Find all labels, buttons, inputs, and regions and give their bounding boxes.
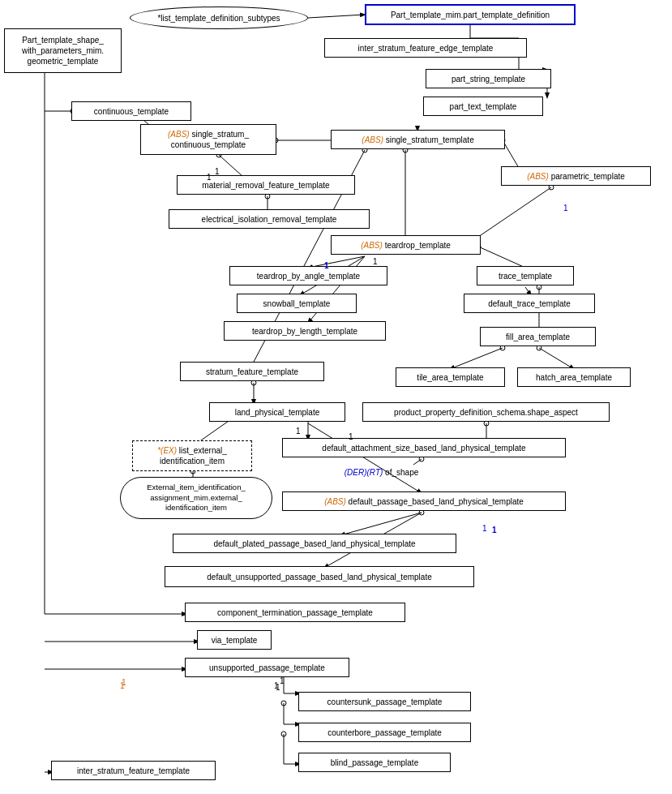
teardrop-by-angle-node: teardrop_by_angle_template — [229, 266, 387, 285]
countersunk-passage-node: countersunk_passage_template — [298, 692, 471, 711]
default-trace-template-node: default_trace_template — [464, 294, 595, 313]
default-plated-passage-node: default_plated_passage_based_land_physic… — [173, 534, 456, 553]
svg-point-74 — [281, 732, 286, 736]
list-external-id-node: *(EX) list_external_identification_item — [132, 440, 252, 471]
svg-line-34 — [450, 348, 503, 369]
land-physical-template-node: land_physical_template — [209, 402, 345, 422]
teardrop-by-length-node: teardrop_by_length_template — [224, 321, 386, 341]
part-string-template-node: part_string_template — [426, 69, 551, 88]
electrical-isolation-node: electrical_isolation_removal_template — [169, 209, 370, 229]
component-termination-node: component_termination_passage_template — [185, 603, 405, 622]
product-property-def-node: product_property_definition_schema.shape… — [362, 402, 610, 422]
svg-text:1: 1 — [563, 204, 568, 212]
hatch-area-template-node: hatch_area_template — [517, 367, 631, 387]
svg-line-51 — [308, 423, 422, 493]
label-1-attachment: 1 — [349, 432, 353, 441]
abs-default-passage-node: (ABS) default_passage_based_land_physica… — [282, 491, 566, 511]
snowball-template-node: snowball_template — [237, 294, 357, 313]
external-item-id-node: External_item_identification_assignment_… — [120, 477, 272, 519]
part-template-mim-node: Part_template_mim.part_template_definiti… — [365, 4, 576, 25]
label-1-unsupported-left: 1 — [120, 681, 125, 690]
unsupported-passage-node: unsupported_passage_template — [185, 658, 349, 677]
svg-line-13 — [503, 140, 519, 168]
svg-line-15 — [219, 155, 243, 177]
svg-line-54 — [340, 513, 422, 535]
fill-area-template-node: fill_area_template — [480, 327, 596, 346]
svg-line-36 — [539, 348, 574, 369]
default-unsupported-passage-node: default_unsupported_passage_based_land_p… — [165, 566, 474, 587]
label-1-material: 1 — [207, 173, 212, 182]
blind-passage-node: blind_passage_template — [298, 753, 451, 772]
inter-stratum-feature-node: inter_stratum_feature_template — [51, 761, 216, 780]
teardrop-template-node: (ABS) teardrop_template — [331, 235, 481, 255]
label-1-plated: 1 — [492, 526, 497, 534]
part-text-template-node: part_text_template — [423, 97, 543, 116]
inter-stratum-feature-edge-node: inter_stratum_feature_edge_template — [324, 38, 527, 58]
der-rt-of-shape-node: (DER)(RT) of_shape — [319, 463, 444, 481]
list-template-def-node: *list_template_definition_subtypes — [130, 6, 308, 29]
label-1-unsupported-right: 1 — [274, 681, 279, 690]
tile-area-template-node: tile_area_template — [396, 367, 505, 387]
svg-text:1: 1 — [296, 427, 301, 436]
svg-line-26 — [478, 247, 525, 268]
parametric-template-node: (ABS) parametric_template — [501, 166, 651, 186]
stratum-feature-template-node: stratum_feature_template — [180, 362, 324, 381]
counterbore-passage-node: counterbore_passage_template — [298, 723, 471, 742]
svg-text:1: 1 — [482, 524, 487, 533]
svg-text:1: 1 — [280, 676, 285, 685]
via-template-node: via_template — [197, 630, 272, 650]
part-template-shape-node: Part_template_shape_with_parameters_mim.… — [4, 28, 122, 73]
svg-text:1: 1 — [373, 257, 378, 266]
single-stratum-continuous-node: (ABS) single_stratum_continuous_template — [140, 124, 276, 155]
trace-template-node: trace_template — [477, 266, 574, 285]
label-1-teardrop: 1 — [324, 261, 329, 270]
svg-line-29 — [478, 187, 551, 237]
default-attachment-size-node: default_attachment_size_based_land_physi… — [282, 438, 566, 457]
svg-line-1 — [308, 15, 365, 18]
continuous-template-node: continuous_template — [71, 101, 191, 121]
diagram-container: 1 1 1 — [0, 0, 672, 794]
material-removal-node: material_removal_feature_template — [177, 175, 355, 195]
single-stratum-template-node: (ABS) single_stratum_template — [331, 130, 505, 149]
svg-point-71 — [281, 701, 286, 706]
